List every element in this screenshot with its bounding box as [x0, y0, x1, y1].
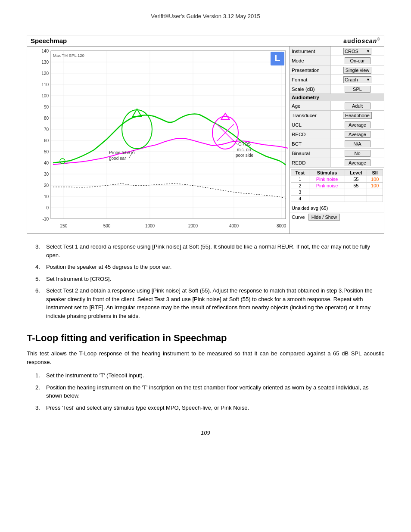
svg-text:4000: 4000 [229, 224, 239, 228]
presentation-value: Single view [331, 65, 384, 75]
binaural-label: Binaural [290, 149, 331, 158]
presentation-label: Presentation [290, 65, 331, 75]
instrument-label: Instrument [290, 47, 331, 56]
format-label: Format [290, 75, 331, 84]
instruction-5-num: 5. [35, 275, 46, 283]
instruction-6-num: 6. [35, 286, 46, 320]
speechmap-title-bar: Speechmap audioscan® [27, 35, 384, 47]
section-intro: This test allows the T-Loop response of … [27, 349, 384, 366]
svg-text:Max TM SPL 120: Max TM SPL 120 [53, 53, 84, 58]
svg-text:70: 70 [44, 127, 49, 132]
instrument-value: CROS ▼ [331, 47, 384, 56]
instruction-6-text: Select Test 2 and obtain a response usin… [46, 286, 384, 320]
transducer-row: Transducer Headphone [290, 111, 384, 120]
test-table-container: Test Stimulus Level SII 1 Pink noise 55 [290, 168, 384, 204]
svg-text:0: 0 [46, 205, 49, 210]
scale-button[interactable]: SPL [345, 86, 371, 93]
instrument-row: Instrument CROS ▼ [290, 47, 384, 56]
test-sii-4 [367, 196, 383, 202]
svg-text:Probe tube in: Probe tube in [109, 150, 135, 155]
test-row-4: 4 [291, 196, 383, 202]
test-row-2: 2 Pink noise 55 100 [291, 183, 383, 189]
redd-row: REDD Average [290, 158, 384, 168]
chart-area: 140 130 120 110 100 90 80 70 60 50 40 30… [27, 47, 290, 233]
sii-col-header: SII [367, 170, 383, 176]
test-sii-2: 100 [367, 183, 383, 189]
instruction-3-text: Select Test 1 and record a response usin… [46, 243, 384, 259]
svg-text:110: 110 [41, 82, 49, 87]
binaural-row: Binaural No [290, 149, 384, 158]
test-row-1: 1 Pink noise 55 100 [291, 176, 383, 183]
age-row: Age Adult [290, 101, 384, 111]
section-step-1-text: Set the instrument to 'T' (Telecoil inpu… [46, 371, 144, 380]
presentation-button[interactable]: Single view [343, 67, 372, 74]
instruction-5: 5. Set Instrument to [CROS]. [35, 275, 384, 283]
svg-text:140: 140 [41, 49, 49, 53]
svg-text:90: 90 [44, 105, 49, 109]
hide-show-button[interactable]: Hide / Show [308, 214, 340, 221]
age-button[interactable]: Adult [345, 103, 371, 109]
instrument-dropdown[interactable]: CROS ▼ [343, 48, 371, 55]
unaided-row: Unaided avg (65) [290, 204, 384, 212]
svg-text:20: 20 [44, 183, 49, 188]
presentation-row: Presentation Single view [290, 65, 384, 75]
svg-text:1000: 1000 [145, 224, 155, 228]
bct-button[interactable]: N/A [345, 140, 371, 147]
instruction-4-num: 4. [35, 263, 46, 271]
transducer-button[interactable]: Headphone [343, 112, 372, 119]
test-stimulus-1: Pink noise [309, 176, 345, 183]
ucl-value: Average [331, 120, 384, 129]
binaural-value: No [331, 149, 384, 158]
page-number: 109 [201, 429, 210, 436]
section-step-3-text: Press 'Test' and select any stimulus typ… [46, 404, 249, 412]
test-num-4: 4 [291, 196, 309, 202]
format-dropdown[interactable]: Graph ▼ [343, 76, 371, 83]
test-stimulus-4 [309, 196, 345, 202]
unaided-label: Unaided avg (65) [290, 205, 371, 212]
svg-text:60: 60 [44, 138, 49, 143]
binaural-button[interactable]: No [345, 150, 371, 157]
speechmap-title: Speechmap [31, 37, 67, 44]
mode-button[interactable]: On-ear [345, 57, 371, 64]
section-step-2-text: Position the hearing instrument on the '… [46, 383, 384, 400]
svg-text:poor side: poor side [236, 153, 254, 158]
instrument-dropdown-value: CROS [345, 49, 358, 54]
format-dropdown-arrow: ▼ [366, 78, 370, 82]
svg-text:100: 100 [41, 93, 49, 98]
ucl-button[interactable]: Average [345, 121, 371, 128]
recd-value: Average [331, 130, 384, 139]
instruction-4-text: Position the speaker at 45 degress to th… [46, 263, 171, 271]
test-num-2: 2 [291, 183, 309, 189]
instruction-6: 6. Select Test 2 and obtain a response u… [35, 286, 384, 320]
header-title: Verifit®User's Guide Version 3.12 May 20… [151, 13, 260, 19]
recd-row: RECD Average [290, 130, 384, 139]
mode-label: Mode [290, 56, 331, 65]
bct-row: BCT N/A [290, 139, 384, 149]
bct-value: N/A [331, 139, 384, 148]
audioscan-logo: audioscan® [343, 37, 380, 44]
audiometry-header: Audiometry [290, 94, 384, 101]
page-footer: 109 [26, 425, 385, 436]
transducer-label: Transducer [290, 111, 331, 120]
curve-label: Curve [292, 215, 305, 220]
test-stimulus-3 [309, 189, 345, 196]
curve-row: Curve Hide / Show [290, 212, 384, 222]
test-level-2: 55 [345, 183, 367, 189]
test-row-3: 3 [291, 189, 383, 196]
scale-value: SPL [331, 84, 384, 93]
format-value: Graph ▼ [331, 75, 384, 84]
svg-text:8000: 8000 [277, 224, 286, 228]
svg-text:40: 40 [44, 161, 49, 165]
recd-button[interactable]: Average [345, 131, 371, 138]
stimulus-col-header: Stimulus [309, 170, 345, 176]
svg-text:50: 50 [44, 149, 49, 154]
scale-row: Scale (dB) SPL [290, 84, 384, 94]
redd-button[interactable]: Average [345, 159, 371, 166]
format-row: Format Graph ▼ [290, 75, 384, 84]
test-level-1: 55 [345, 176, 367, 183]
logo-trademark: ® [377, 37, 380, 41]
page-header: Verifit®User's Guide Version 3.12 May 20… [26, 9, 385, 26]
instruction-3: 3. Select Test 1 and record a response u… [35, 243, 384, 259]
instruction-3-num: 3. [35, 243, 46, 259]
section-step-2-num: 2. [35, 383, 46, 400]
